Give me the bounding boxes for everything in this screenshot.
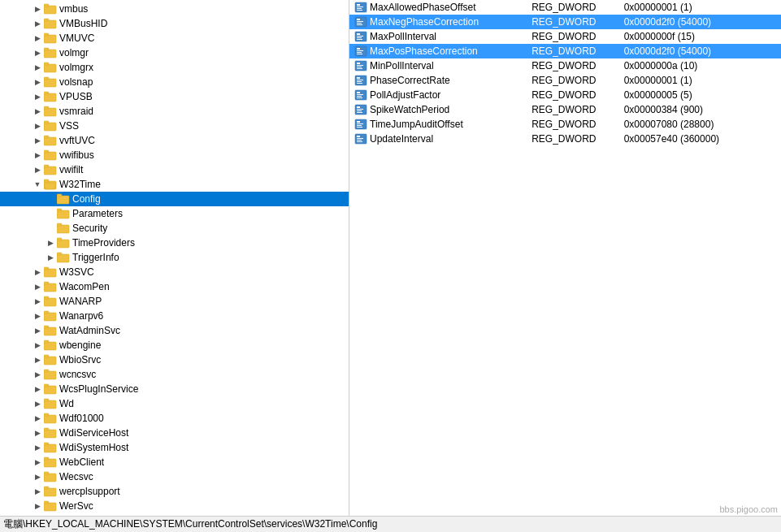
tree-item-WebClient[interactable]: ▶ WebClient: [0, 455, 349, 469]
expander-icon[interactable]: ▶: [31, 487, 44, 495]
tree-item-WANARP[interactable]: ▶ WANARP: [0, 294, 349, 309]
tree-item-vsmraid[interactable]: ▶ vsmraid: [0, 104, 349, 119]
expander-icon[interactable]: ▶: [31, 473, 44, 481]
expander-icon[interactable]: ▶: [31, 429, 44, 437]
left-panel: ▶ vmbus▶ VMBusHID▶ VMUVC▶ volmgr▶ volmgr…: [0, 0, 349, 516]
tree-item-VMBusHID[interactable]: ▶ VMBusHID: [0, 16, 349, 31]
tree-item-Parameters[interactable]: Parameters: [0, 206, 349, 221]
tree-item-W3SVC[interactable]: ▶ W3SVC: [0, 265, 349, 279]
tree-item-volsnap[interactable]: ▶ volsnap: [0, 75, 349, 89]
svg-rect-0: [44, 6, 56, 14]
expander-icon[interactable]: ▶: [31, 78, 44, 86]
svg-rect-97: [357, 80, 363, 80]
expander-icon[interactable]: ▶: [31, 166, 44, 174]
tree-item-vwifilt[interactable]: ▶ vwifilt: [0, 162, 349, 177]
expander-icon[interactable]: ▶: [31, 356, 44, 364]
expander-icon[interactable]: ▶: [31, 370, 44, 378]
tree-label: WdiSystemHost: [59, 442, 128, 453]
table-row[interactable]: MaxNegPhaseCorrectionREG_DWORD0x0000d2f0…: [349, 15, 781, 29]
table-row[interactable]: MaxPosPhaseCorrectionREG_DWORD0x0000d2f0…: [349, 44, 781, 58]
folder-icon: [44, 149, 57, 161]
table-row[interactable]: MaxPollIntervalREG_DWORD0x0000000f (15): [349, 29, 781, 44]
tree-item-WdiSystemHost[interactable]: ▶ WdiSystemHost: [0, 440, 349, 455]
tree-label: VSS: [59, 120, 79, 132]
expander-icon[interactable]: ▶: [44, 239, 57, 247]
expander-icon[interactable]: ▶: [44, 253, 57, 262]
expander-icon[interactable]: ▶: [31, 49, 44, 57]
tree-item-W32Time[interactable]: ▼ W32Time: [0, 177, 349, 192]
expander-icon[interactable]: ▶: [31, 327, 44, 335]
svg-rect-62: [44, 459, 56, 467]
svg-rect-28: [57, 210, 69, 218]
svg-rect-112: [357, 123, 363, 124]
expander-icon[interactable]: ▶: [31, 385, 44, 393]
expander-icon[interactable]: ▶: [31, 34, 44, 42]
svg-rect-45: [44, 326, 49, 328]
svg-rect-16: [44, 123, 56, 131]
expander-icon[interactable]: ▶: [31, 297, 44, 305]
expander-icon[interactable]: ▶: [31, 122, 44, 130]
tree-item-wbengine[interactable]: ▶ wbengine: [0, 338, 349, 353]
tree-item-Wdf01000[interactable]: ▶ Wdf01000: [0, 411, 349, 426]
expander-icon[interactable]: ▶: [31, 63, 44, 71]
tree-item-volmgr[interactable]: ▶ volmgr: [0, 45, 349, 60]
tree-item-WcsPlugInService[interactable]: ▶ WcsPlugInService: [0, 382, 349, 396]
table-row[interactable]: SpikeWatchPeriodREG_DWORD0x00000384 (900…: [349, 102, 781, 117]
main-container: ▶ vmbus▶ VMBusHID▶ VMUVC▶ volmgr▶ volmgr…: [0, 0, 781, 516]
expander-icon[interactable]: ▶: [31, 19, 44, 28]
tree-item-Wanarpv6[interactable]: ▶ Wanarpv6: [0, 309, 349, 323]
folder-icon: [57, 193, 70, 205]
tree-item-WbioSrvc[interactable]: ▶ WbioSrvc: [0, 353, 349, 367]
tree-item-Security[interactable]: Security: [0, 221, 349, 236]
tree-item-Wd[interactable]: ▶ Wd: [0, 396, 349, 411]
tree-item-vvftUVC[interactable]: ▶ vvftUVC: [0, 133, 349, 148]
svg-rect-104: [357, 97, 362, 98]
table-row[interactable]: PhaseCorrectRateREG_DWORD0x00000001 (1): [349, 73, 781, 88]
tree-label: volmgrx: [59, 62, 93, 73]
folder-icon: [44, 18, 57, 29]
expander-icon[interactable]: ▶: [31, 136, 44, 145]
table-row[interactable]: TimeJumpAuditOffsetREG_DWORD0x00007080 (…: [349, 117, 781, 132]
tree-item-VSS[interactable]: ▶ VSS: [0, 119, 349, 133]
table-row[interactable]: MinPollIntervalREG_DWORD0x0000000a (10): [349, 58, 781, 73]
table-row[interactable]: MaxAllowedPhaseOffsetREG_DWORD0x00000001…: [349, 0, 781, 15]
table-row[interactable]: PollAdjustFactorREG_DWORD0x00000005 (5): [349, 88, 781, 102]
tree-item-volmgrx[interactable]: ▶ volmgrx: [0, 60, 349, 75]
tree-item-WerSvc[interactable]: ▶ WerSvc: [0, 499, 349, 513]
tree-item-WatAdminSvc[interactable]: ▶ WatAdminSvc: [0, 323, 349, 338]
reg-name: PhaseCorrectRate: [370, 75, 450, 86]
expander-icon[interactable]: ▶: [31, 151, 44, 159]
tree-item-VPUSB[interactable]: ▶ VPUSB: [0, 89, 349, 104]
tree-item-VMUVC[interactable]: ▶ VMUVC: [0, 31, 349, 45]
tree-item-vwifibus[interactable]: ▶ vwifibus: [0, 148, 349, 162]
table-row[interactable]: UpdateIntervalREG_DWORD0x00057e40 (36000…: [349, 132, 781, 146]
expander-icon[interactable]: ▼: [31, 180, 44, 188]
expander-icon[interactable]: ▶: [31, 341, 44, 349]
expander-icon[interactable]: ▶: [31, 107, 44, 115]
tree-item-WdiServiceHost[interactable]: ▶ WdiServiceHost: [0, 426, 349, 440]
tree-item-WacomPen[interactable]: ▶ WacomPen: [0, 279, 349, 294]
tree-item-TriggerInfo[interactable]: ▶ TriggerInfo: [0, 250, 349, 265]
expander-icon[interactable]: ▶: [31, 268, 44, 276]
svg-rect-14: [44, 108, 56, 116]
tree-label: vwifilt: [59, 164, 83, 175]
tree-item-wercplsupport[interactable]: ▶ wercplsupport: [0, 484, 349, 499]
expander-icon[interactable]: ▶: [31, 93, 44, 101]
expander-icon[interactable]: ▶: [31, 312, 44, 320]
folder-icon: [44, 62, 57, 73]
expander-icon[interactable]: ▶: [31, 283, 44, 291]
tree-label: wercplsupport: [59, 486, 120, 497]
tree-item-wcncsvc[interactable]: ▶ wcncsvc: [0, 367, 349, 382]
tree-item-TimeProviders[interactable]: ▶ TimeProviders: [0, 236, 349, 250]
expander-icon[interactable]: ▶: [31, 414, 44, 422]
tree-item-vmbus[interactable]: ▶ vmbus: [0, 2, 349, 16]
tree-label: vsmraid: [59, 106, 93, 117]
tree-item-Config[interactable]: Config: [0, 192, 349, 206]
tree-item-Wecsvc[interactable]: ▶ Wecsvc: [0, 469, 349, 484]
expander-icon[interactable]: ▶: [31, 458, 44, 466]
expander-icon[interactable]: ▶: [31, 502, 44, 510]
expander-icon[interactable]: ▶: [31, 443, 44, 452]
tree-label: Parameters: [72, 208, 123, 219]
expander-icon[interactable]: ▶: [31, 400, 44, 408]
expander-icon[interactable]: ▶: [31, 5, 44, 13]
